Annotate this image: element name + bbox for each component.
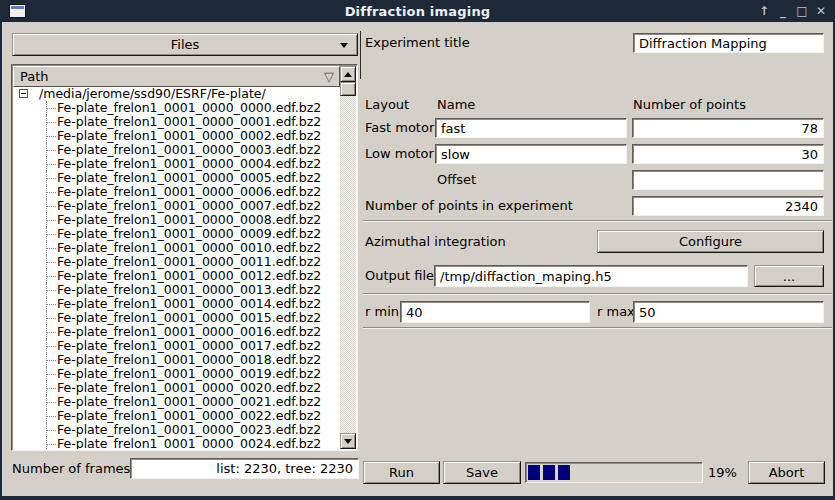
- tree-item[interactable]: Fe-plate_frelon1_0001_0000_0024.edf.bz2: [13, 437, 340, 449]
- tree-item[interactable]: Fe-plate_frelon1_0001_0000_0009.edf.bz2: [13, 227, 340, 241]
- tree-item-label: Fe-plate_frelon1_0001_0000_0015.edf.bz2: [57, 310, 321, 325]
- tree-item[interactable]: Fe-plate_frelon1_0001_0000_0022.edf.bz2: [13, 409, 340, 423]
- tree-scrollbar[interactable]: [340, 66, 356, 449]
- progress-block: [543, 465, 555, 480]
- tree-item[interactable]: Fe-plate_frelon1_0001_0000_0013.edf.bz2: [13, 283, 340, 297]
- close-button[interactable]: ✕: [815, 4, 827, 18]
- tree-root-label: /media/jerome/ssd90/ESRF/Fe-plate/: [39, 87, 266, 101]
- shade-button[interactable]: ↑: [758, 4, 770, 18]
- progress-percent: 19%: [708, 462, 737, 483]
- tree-root-item[interactable]: /media/jerome/ssd90/ESRF/Fe-plate/: [13, 87, 340, 101]
- tree-header-label: Path: [20, 69, 49, 84]
- tree-item[interactable]: Fe-plate_frelon1_0001_0000_0006.edf.bz2: [13, 185, 340, 199]
- tree-item-label: Fe-plate_frelon1_0001_0000_0005.edf.bz2: [57, 170, 321, 185]
- scroll-down-button[interactable]: [340, 433, 356, 449]
- output-file-label: Output file: [365, 265, 434, 287]
- configure-button[interactable]: Configure: [597, 230, 824, 253]
- tree-item-label: Fe-plate_frelon1_0001_0000_0004.edf.bz2: [57, 156, 321, 171]
- tree-item[interactable]: Fe-plate_frelon1_0001_0000_0005.edf.bz2: [13, 171, 340, 185]
- files-dropdown[interactable]: Files: [12, 33, 358, 56]
- tree-item[interactable]: Fe-plate_frelon1_0001_0000_0012.edf.bz2: [13, 269, 340, 283]
- tree-item-label: Fe-plate_frelon1_0001_0000_0013.edf.bz2: [57, 282, 321, 297]
- scrollbar-thumb[interactable]: [340, 82, 356, 96]
- window-title: Diffraction imaging: [0, 4, 835, 19]
- tree-item-label: Fe-plate_frelon1_0001_0000_0020.edf.bz2: [57, 380, 321, 395]
- abort-button[interactable]: Abort: [748, 461, 825, 484]
- scroll-up-button[interactable]: [340, 66, 356, 82]
- experiment-title-field[interactable]: [633, 33, 824, 53]
- layout-label: Layout: [365, 97, 409, 113]
- collapse-expander-icon[interactable]: [19, 89, 28, 98]
- main-content: Files Path ▽ /media/jerome/ssd90/ESRF/Fe…: [2, 22, 833, 496]
- tree-item-label: Fe-plate_frelon1_0001_0000_0023.edf.bz2: [57, 422, 321, 437]
- file-tree: Path ▽ /media/jerome/ssd90/ESRF/Fe-plate…: [11, 64, 358, 451]
- tree-item[interactable]: Fe-plate_frelon1_0001_0000_0019.edf.bz2: [13, 367, 340, 381]
- tree-item-label: Fe-plate_frelon1_0001_0000_0000.edf.bz2: [57, 100, 321, 115]
- tree-item[interactable]: Fe-plate_frelon1_0001_0000_0010.edf.bz2: [13, 241, 340, 255]
- tree-item[interactable]: Fe-plate_frelon1_0001_0000_0016.edf.bz2: [13, 325, 340, 339]
- fast-motor-label: Fast motor: [365, 118, 434, 138]
- arrow-up-icon: [344, 72, 352, 77]
- low-motor-name-field[interactable]: [435, 144, 627, 164]
- tree-item-label: Fe-plate_frelon1_0001_0000_0016.edf.bz2: [57, 324, 321, 339]
- tree-item-label: Fe-plate_frelon1_0001_0000_0008.edf.bz2: [57, 212, 321, 227]
- rmax-field[interactable]: [633, 301, 824, 323]
- sort-indicator-icon[interactable]: ▽: [324, 69, 334, 84]
- tree-item-label: Fe-plate_frelon1_0001_0000_0018.edf.bz2: [57, 352, 321, 367]
- progress-block: [558, 465, 570, 480]
- low-motor-points-field[interactable]: [632, 144, 824, 164]
- fast-motor-name-field[interactable]: [435, 118, 627, 138]
- run-button[interactable]: Run: [363, 461, 440, 484]
- tree-item-label: Fe-plate_frelon1_0001_0000_0011.edf.bz2: [57, 254, 321, 269]
- tree-item[interactable]: Fe-plate_frelon1_0001_0000_0021.edf.bz2: [13, 395, 340, 409]
- total-points-field[interactable]: [632, 196, 824, 216]
- save-button[interactable]: Save: [443, 461, 521, 484]
- fast-motor-points-field[interactable]: [632, 118, 824, 138]
- minimize-button[interactable]: _: [777, 4, 789, 18]
- tree-item-label: Fe-plate_frelon1_0001_0000_0021.edf.bz2: [57, 394, 321, 409]
- tree-item-label: Fe-plate_frelon1_0001_0000_0001.edf.bz2: [57, 114, 321, 129]
- output-file-field[interactable]: [434, 265, 748, 287]
- tree-item[interactable]: Fe-plate_frelon1_0001_0000_0023.edf.bz2: [13, 423, 340, 437]
- tree-item-label: Fe-plate_frelon1_0001_0000_0006.edf.bz2: [57, 184, 321, 199]
- maximize-button[interactable]: □: [796, 4, 808, 18]
- progress-block: [528, 465, 540, 480]
- tree-item[interactable]: Fe-plate_frelon1_0001_0000_0002.edf.bz2: [13, 129, 340, 143]
- arrow-down-icon: [344, 439, 352, 444]
- app-window: Diffraction imaging ↑ _ □ ✕ Files Path ▽…: [0, 0, 835, 500]
- panel-splitter[interactable]: [360, 31, 361, 79]
- frames-label: Number of frames: [12, 458, 130, 479]
- tree-item-label: Fe-plate_frelon1_0001_0000_0012.edf.bz2: [57, 268, 321, 283]
- rmin-field[interactable]: [400, 301, 590, 323]
- titlebar: Diffraction imaging ↑ _ □ ✕: [0, 0, 835, 22]
- tree-item[interactable]: Fe-plate_frelon1_0001_0000_0001.edf.bz2: [13, 115, 340, 129]
- tree-item[interactable]: Fe-plate_frelon1_0001_0000_0000.edf.bz2: [13, 101, 340, 115]
- offset-field[interactable]: [632, 170, 824, 190]
- tree-item-label: Fe-plate_frelon1_0001_0000_0009.edf.bz2: [57, 226, 321, 241]
- tree-item[interactable]: Fe-plate_frelon1_0001_0000_0011.edf.bz2: [13, 255, 340, 269]
- window-icon: [9, 4, 26, 18]
- tree-item-label: Fe-plate_frelon1_0001_0000_0024.edf.bz2: [57, 436, 321, 449]
- tree-item[interactable]: Fe-plate_frelon1_0001_0000_0017.edf.bz2: [13, 339, 340, 353]
- frames-count-field[interactable]: [130, 458, 359, 479]
- points-header-label: Number of points: [633, 97, 746, 113]
- tree-rows: /media/jerome/ssd90/ESRF/Fe-plate/ Fe-pl…: [13, 87, 340, 449]
- tree-item-label: Fe-plate_frelon1_0001_0000_0007.edf.bz2: [57, 198, 321, 213]
- offset-label: Offset: [437, 170, 476, 190]
- tree-item[interactable]: Fe-plate_frelon1_0001_0000_0008.edf.bz2: [13, 213, 340, 227]
- tree-item-label: Fe-plate_frelon1_0001_0000_0010.edf.bz2: [57, 240, 321, 255]
- tree-item[interactable]: Fe-plate_frelon1_0001_0000_0014.edf.bz2: [13, 297, 340, 311]
- name-header-label: Name: [437, 97, 475, 113]
- tree-item-label: Fe-plate_frelon1_0001_0000_0022.edf.bz2: [57, 408, 321, 423]
- tree-item[interactable]: Fe-plate_frelon1_0001_0000_0007.edf.bz2: [13, 199, 340, 213]
- total-points-label: Number of points in experiment: [365, 196, 573, 216]
- browse-button[interactable]: ...: [754, 265, 824, 287]
- tree-item[interactable]: Fe-plate_frelon1_0001_0000_0018.edf.bz2: [13, 353, 340, 367]
- separator: [363, 327, 832, 329]
- rmin-label: r min: [365, 301, 399, 323]
- tree-item[interactable]: Fe-plate_frelon1_0001_0000_0003.edf.bz2: [13, 143, 340, 157]
- tree-item[interactable]: Fe-plate_frelon1_0001_0000_0004.edf.bz2: [13, 157, 340, 171]
- tree-item[interactable]: Fe-plate_frelon1_0001_0000_0015.edf.bz2: [13, 311, 340, 325]
- tree-item[interactable]: Fe-plate_frelon1_0001_0000_0020.edf.bz2: [13, 381, 340, 395]
- tree-header-path[interactable]: Path ▽: [13, 66, 340, 87]
